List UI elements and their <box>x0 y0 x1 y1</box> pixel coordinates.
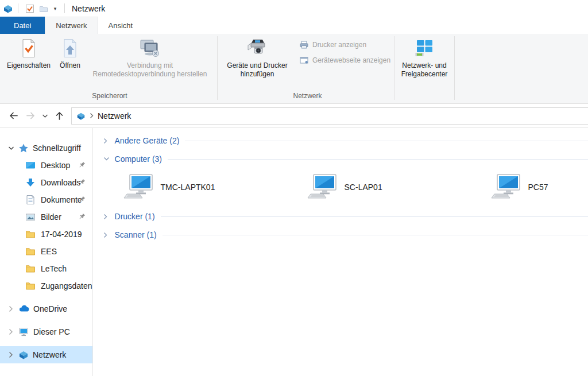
computer-icon <box>490 173 521 201</box>
network-center-icon <box>415 37 434 60</box>
chevron-right-icon[interactable] <box>103 214 112 220</box>
forward-arrow-icon <box>25 110 36 121</box>
sidebar-item-desktop[interactable]: Desktop <box>0 157 92 174</box>
ribbon-group-location: Eigenschaften Öffnen <box>0 34 217 103</box>
folder-icon <box>25 246 36 257</box>
this-pc-icon <box>18 327 29 337</box>
tab-network[interactable]: Netzwerk <box>45 17 98 34</box>
title-bar: ▾ Netzwerk <box>0 0 588 17</box>
qat-customize-dropdown[interactable]: ▾ <box>51 2 60 15</box>
sidebar-item-quick-access[interactable]: Schnellzugriff <box>0 139 92 157</box>
back-button[interactable] <box>5 107 22 125</box>
desktop-icon <box>25 160 36 170</box>
chevron-right-icon[interactable] <box>3 351 18 358</box>
sidebar-item-documents[interactable]: Dokumente <box>0 191 92 208</box>
chevron-right-icon[interactable] <box>3 328 18 335</box>
sidebar-item-downloads[interactable]: Downloads <box>0 174 92 191</box>
group-rule <box>185 141 588 141</box>
computer-tile-tmc-laptk01[interactable]: TMC-LAPTK01 <box>123 173 307 201</box>
group-header-scanners[interactable]: Scanner (1) <box>93 226 588 244</box>
sidebar-item-pictures[interactable]: Bilder <box>0 208 92 226</box>
folder-icon <box>39 4 48 13</box>
open-button[interactable]: Öffnen <box>55 34 85 90</box>
view-device-webpage-button[interactable]: Gerätewebseite anzeigen <box>299 56 390 65</box>
ribbon-filler <box>455 34 588 103</box>
network-sharing-center-button[interactable]: Netzwerk- und Freigabecenter <box>394 34 454 90</box>
up-button[interactable] <box>51 107 68 125</box>
network-icon <box>76 111 86 121</box>
computer-tiles: TMC-LAPTK01 SC-LAP01 <box>93 169 588 205</box>
sidebar-item-folder-17-04-2019[interactable]: 17-04-2019 <box>0 226 92 243</box>
tab-file[interactable]: Datei <box>0 17 45 34</box>
properties-button[interactable]: Eigenschaften <box>2 34 55 90</box>
pictures-icon <box>25 212 36 222</box>
tab-view[interactable]: Ansicht <box>98 17 144 34</box>
checkmark-icon <box>25 4 34 13</box>
ribbon-tabs: Datei Netzwerk Ansicht <box>0 17 588 34</box>
network-icon <box>18 350 29 360</box>
pin-icon[interactable] <box>78 161 86 169</box>
address-input[interactable]: Netzwerk <box>71 107 588 125</box>
computer-icon <box>123 173 154 201</box>
network-app-icon <box>3 3 13 14</box>
chevron-right-icon[interactable] <box>3 305 18 312</box>
printer-camera-icon <box>247 37 268 60</box>
computer-tile-sc-lap01[interactable]: SC-LAP01 <box>307 173 490 201</box>
address-bar: Netzwerk <box>0 104 588 128</box>
forward-button[interactable] <box>22 107 39 125</box>
breadcrumb[interactable]: Netzwerk <box>98 111 131 121</box>
group-label-location: Speicherort <box>2 91 217 103</box>
remote-desktop-icon <box>139 37 161 60</box>
group-rule <box>163 235 588 235</box>
titlebar-separator <box>18 3 18 13</box>
view-printers-button[interactable]: Drucker anzeigen <box>299 40 390 49</box>
pin-icon[interactable] <box>78 196 86 204</box>
sidebar-item-folder-zugangsdaten[interactable]: Zugangsdaten <box>0 277 92 294</box>
sidebar-item-onedrive[interactable]: OneDrive <box>0 300 92 317</box>
remote-desktop-button[interactable]: Verbindung mit Remotedesktopverbindung h… <box>85 34 215 90</box>
breadcrumb-chevron-icon <box>90 113 94 119</box>
group-rule <box>168 159 588 160</box>
folder-icon <box>25 229 36 239</box>
titlebar-separator <box>64 3 65 13</box>
group-header-other-devices[interactable]: Andere Geräte (2) <box>93 131 588 150</box>
ribbon-group-network: Geräte und Drucker hinzufügen Drucker an… <box>218 34 394 103</box>
properties-icon <box>20 37 38 60</box>
sidebar-item-folder-letech[interactable]: LeTech <box>0 260 92 277</box>
ribbon: Eigenschaften Öffnen <box>0 34 588 104</box>
group-header-printers[interactable]: Drucker (1) <box>93 207 588 226</box>
pin-icon[interactable] <box>78 213 86 221</box>
chevron-down-icon[interactable] <box>3 146 18 151</box>
open-icon <box>61 37 79 60</box>
add-devices-button[interactable]: Geräte und Drucker hinzufügen <box>221 34 293 90</box>
folder-icon <box>25 263 36 274</box>
webpage-icon <box>299 56 309 65</box>
computer-icon <box>307 173 338 201</box>
group-label-network: Netzwerk <box>221 91 394 103</box>
computer-tile-pc57[interactable]: PC57 <box>490 173 588 201</box>
up-arrow-icon <box>54 110 65 121</box>
star-icon <box>18 143 29 153</box>
group-header-computer[interactable]: Computer (3) <box>93 150 588 168</box>
sidebar-item-network[interactable]: Netzwerk <box>0 346 92 363</box>
ribbon-group-sharing: Netzwerk- und Freigabecenter <box>394 34 454 103</box>
chevron-right-icon[interactable] <box>103 138 112 144</box>
computer-name: TMC-LAPTK01 <box>161 183 215 192</box>
window-title: Netzwerk <box>72 4 105 13</box>
sidebar-item-this-pc[interactable]: Dieser PC <box>0 323 92 340</box>
pin-icon[interactable] <box>78 179 86 187</box>
file-list: Andere Geräte (2) Computer (3) <box>93 128 588 376</box>
navigation-pane: Schnellzugriff Desktop Downloads <box>0 128 93 376</box>
computer-name: SC-LAP01 <box>345 183 382 192</box>
chevron-down-icon[interactable] <box>103 157 112 161</box>
sidebar-item-folder-ees[interactable]: EES <box>0 243 92 260</box>
chevron-right-icon[interactable] <box>103 232 112 238</box>
qat-properties-button[interactable] <box>23 2 37 15</box>
printer-icon <box>299 40 309 49</box>
computer-name: PC57 <box>528 183 548 192</box>
downloads-icon <box>25 177 36 188</box>
qat-new-folder-button[interactable] <box>37 2 51 15</box>
chevron-down-icon <box>42 114 48 118</box>
recent-locations-dropdown[interactable] <box>39 107 51 125</box>
folder-icon <box>25 281 36 291</box>
